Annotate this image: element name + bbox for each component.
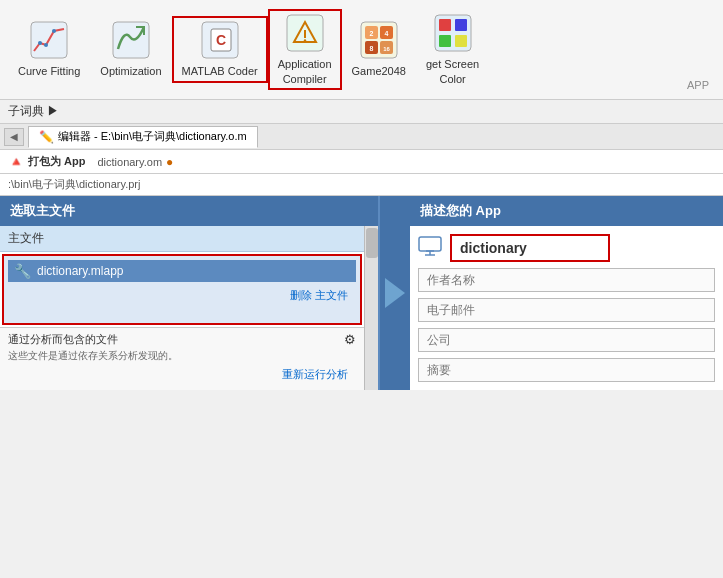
file-list-area: 🔧 dictionary.mlapp 删除 主文件 [2,254,362,325]
get-screen-color-icon [433,13,473,53]
svg-point-11 [303,40,305,42]
unsaved-dot: ● [166,155,173,169]
main-toolbar: Curve Fitting Optimization C [0,0,723,100]
app-name-icon [418,236,442,261]
main-area: 选取主文件 主文件 🔧 dictionary.mlapp 删除 主文件 [0,196,723,390]
file-name-label: dictionary.mlapp [37,264,123,278]
svg-rect-25 [455,35,467,47]
scrollbar-thumb[interactable] [366,228,378,258]
rerun-analysis-button[interactable]: 重新运行分析 [8,363,356,386]
svg-text:8: 8 [369,45,373,52]
svg-point-2 [44,43,48,47]
application-compiler-icon [285,13,325,53]
matlab-coder-icon: C [200,20,240,60]
project-path-bar: :\bin\电子词典\dictionary.prj [0,174,723,196]
get-screen-color-label: get ScreenColor [426,57,479,86]
summary-input[interactable] [418,358,715,382]
include-settings-icon[interactable]: ⚙ [344,332,356,347]
left-panel: 选取主文件 主文件 🔧 dictionary.mlapp 删除 主文件 [0,196,380,390]
svg-point-1 [38,41,42,45]
tab-nav-back[interactable]: ◀ [4,128,24,146]
right-panel-content [410,226,723,390]
svg-rect-23 [455,19,467,31]
matlab-coder-label: MATLAB Coder [182,64,258,78]
toolbar-application-compiler[interactable]: ApplicationCompiler [268,9,342,90]
app-top-bar: 🔺 打包为 App dictionary.om ● [0,150,723,174]
tab-editor[interactable]: ✏️ 编辑器 - E:\bin\电子词典\dictionary.o.m [28,126,258,148]
toolbar-game2048[interactable]: 2 4 8 16 Game2048 [342,16,416,82]
svg-point-3 [52,29,56,33]
svg-rect-27 [419,237,441,251]
author-input[interactable] [418,268,715,292]
mlapp-file-icon: 🔧 [14,263,31,279]
right-panel: 描述您的 App [410,196,723,390]
svg-marker-26 [385,278,405,308]
app-section-label: APP [681,75,715,95]
svg-rect-24 [439,35,451,47]
dict-filename: dictionary.om [97,156,162,168]
breadcrumb-bar: 子词典 ▶ [0,100,723,124]
toolbar-matlab-coder[interactable]: C MATLAB Coder [172,16,268,82]
left-panel-body: 主文件 🔧 dictionary.mlapp 删除 主文件 通过分析而包含的文件… [0,226,378,390]
toolbar-get-screen-color[interactable]: get ScreenColor [416,9,489,90]
right-panel-title: 描述您的 App [420,203,501,218]
toolbar-optimization[interactable]: Optimization [90,16,171,82]
main-file-label: 主文件 [8,231,44,245]
game2048-icon: 2 4 8 16 [359,20,399,60]
left-panel-title: 选取主文件 [10,203,75,218]
arrow-divider [380,196,410,390]
email-input[interactable] [418,298,715,322]
app-name-row [418,234,715,262]
tab-bar: ◀ ✏️ 编辑器 - E:\bin\电子词典\dictionary.o.m [0,124,723,150]
left-panel-inner: 主文件 🔧 dictionary.mlapp 删除 主文件 通过分析而包含的文件… [0,226,364,390]
include-title-row: 通过分析而包含的文件 ⚙ [8,332,356,347]
tab-edit-icon: ✏️ [39,130,54,144]
svg-text:2: 2 [369,30,373,37]
left-panel-header: 选取主文件 [0,196,378,226]
delete-main-file-button[interactable]: 删除 主文件 [8,284,356,307]
project-path-text: :\bin\电子词典\dictionary.prj [8,178,140,190]
svg-text:16: 16 [383,46,390,52]
include-title-text: 通过分析而包含的文件 [8,332,118,347]
svg-text:4: 4 [384,30,388,37]
toolbar-curve-fitting[interactable]: Curve Fitting [8,16,90,82]
optimization-label: Optimization [100,64,161,78]
pack-app-label: 打包为 App [28,154,85,169]
company-input[interactable] [418,328,715,352]
file-item-dictionary[interactable]: 🔧 dictionary.mlapp [8,260,356,282]
curve-fitting-label: Curve Fitting [18,64,80,78]
optimization-icon [111,20,151,60]
include-section: 通过分析而包含的文件 ⚙ 这些文件是通过依存关系分析发现的。 重新运行分析 [0,327,364,390]
breadcrumb-text: 子词典 ▶ [8,103,59,120]
include-description: 这些文件是通过依存关系分析发现的。 [8,349,356,363]
main-file-section-header: 主文件 [0,226,364,252]
rerun-label: 重新运行分析 [282,368,348,380]
right-panel-header: 描述您的 App [410,196,723,226]
left-panel-scrollbar[interactable] [364,226,378,390]
matlab-logo: 🔺 [8,154,24,169]
svg-text:C: C [216,32,226,48]
game2048-label: Game2048 [352,64,406,78]
tab-editor-label: 编辑器 - E:\bin\电子词典\dictionary.o.m [58,129,247,144]
svg-rect-22 [439,19,451,31]
application-compiler-label: ApplicationCompiler [278,57,332,86]
delete-label: 删除 主文件 [290,289,348,301]
curve-fitting-icon [29,20,69,60]
app-name-input[interactable] [450,234,610,262]
